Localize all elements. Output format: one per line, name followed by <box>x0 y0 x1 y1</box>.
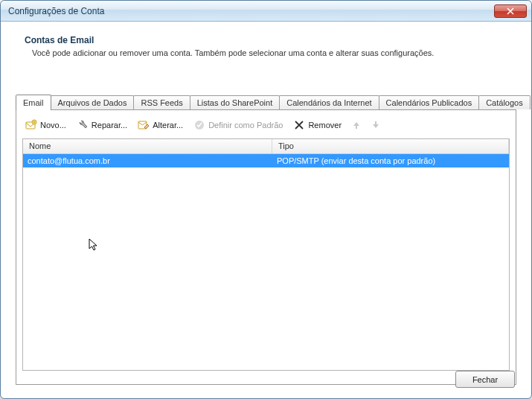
dialog-heading: Contas de Email <box>25 35 512 45</box>
column-header-type[interactable]: Tipo <box>272 139 509 153</box>
close-icon <box>507 7 514 15</box>
repair-icon <box>77 119 89 131</box>
dialog-content: Contas de Email Você pode adicionar ou r… <box>1 22 531 398</box>
tab-rss-feeds[interactable]: RSS Feeds <box>133 95 190 109</box>
cell-type: POP/SMTP (enviar desta conta por padrão) <box>272 156 509 165</box>
repair-button-label: Reparar... <box>92 121 127 130</box>
dialog-description: Você pode adicionar ou remover uma conta… <box>25 48 512 57</box>
list-body[interactable]: contato@flutua.com.br POP/SMTP (enviar d… <box>23 154 509 370</box>
tab-sharepoint-lists[interactable]: Listas do SharePoint <box>190 95 281 109</box>
titlebar[interactable]: Configurações de Conta <box>1 1 531 22</box>
new-mail-icon <box>25 119 37 131</box>
set-default-button: Definir como Padrão <box>192 118 284 133</box>
tab-container: Email Arquivos de Dados RSS Feeds Listas… <box>16 93 516 388</box>
change-icon <box>138 119 150 131</box>
dialog-header: Contas de Email Você pode adicionar ou r… <box>8 31 524 71</box>
new-button[interactable]: Novo... <box>24 118 68 133</box>
list-header: Nome Tipo <box>23 139 509 154</box>
cell-name: contato@flutua.com.br <box>23 156 272 165</box>
list-row[interactable]: contato@flutua.com.br POP/SMTP (enviar d… <box>23 154 509 167</box>
tab-email[interactable]: Email <box>16 95 51 110</box>
account-settings-window: Configurações de Conta Contas de Email V… <box>0 0 532 399</box>
window-title: Configurações de Conta <box>8 6 494 16</box>
set-default-button-label: Definir como Padrão <box>208 121 283 130</box>
tab-catalogs[interactable]: Catálogos <box>478 95 531 109</box>
arrow-down-icon <box>371 121 380 130</box>
dialog-footer: Fechar <box>455 371 515 388</box>
tab-strip: Email Arquivos de Dados RSS Feeds Listas… <box>16 93 516 109</box>
check-circle-icon <box>193 119 205 131</box>
move-down-button <box>370 119 382 131</box>
repair-button[interactable]: Reparar... <box>75 118 129 133</box>
move-up-button <box>350 119 362 131</box>
close-button[interactable] <box>494 4 527 18</box>
close-dialog-button[interactable]: Fechar <box>455 371 515 388</box>
remove-button-label: Remover <box>308 121 342 130</box>
toolbar: Novo... Reparar... Alterar... <box>22 116 510 138</box>
remove-button[interactable]: Remover <box>292 118 343 133</box>
remove-icon <box>293 119 305 131</box>
tab-data-files[interactable]: Arquivos de Dados <box>51 95 135 109</box>
mouse-cursor-icon <box>89 238 100 253</box>
change-button-label: Alterar... <box>153 121 183 130</box>
change-button[interactable]: Alterar... <box>136 118 185 133</box>
tab-calendars-published[interactable]: Calendários Publicados <box>379 95 480 109</box>
arrow-up-icon <box>352 121 361 130</box>
new-button-label: Novo... <box>40 121 66 130</box>
tab-panel-email: Novo... Reparar... Alterar... <box>16 109 516 385</box>
column-header-name[interactable]: Nome <box>23 139 272 153</box>
accounts-list[interactable]: Nome Tipo contato@flutua.com.br POP/SMTP… <box>22 138 510 371</box>
tab-calendars-internet[interactable]: Calendários da Internet <box>279 95 379 109</box>
